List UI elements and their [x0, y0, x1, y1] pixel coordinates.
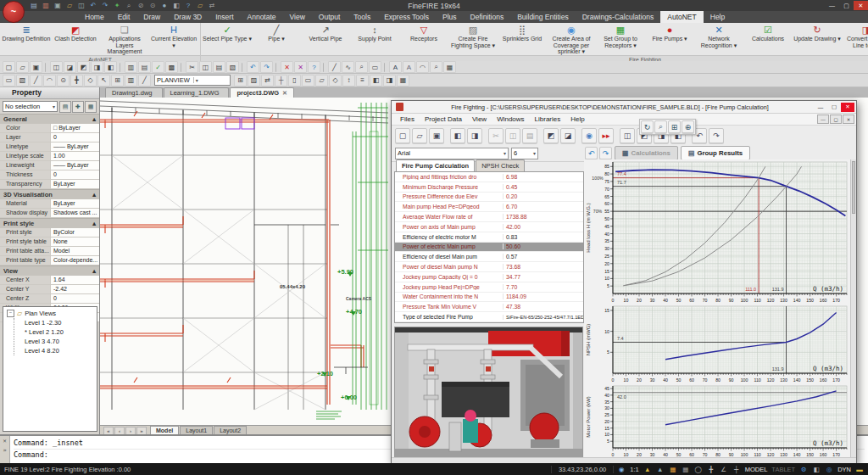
plan-view-level-4[interactable]: Level 4 8.20: [14, 346, 97, 355]
redo-icon[interactable]: ↷: [260, 61, 273, 73]
ribbon-receptors[interactable]: ▽Receptors: [399, 24, 448, 55]
spell-check-icon[interactable]: ✓: [152, 61, 164, 73]
open-doc-icon[interactable]: ▱: [412, 128, 427, 143]
save-icon[interactable]: ▣: [30, 61, 42, 73]
tab-npsh-check[interactable]: NPSH Check: [476, 159, 525, 171]
npsh-chart[interactable]: 7.4131.901020304050607080901001101201301…: [584, 304, 850, 383]
table-row[interactable]: Power of electric Main pump50.60: [395, 243, 584, 253]
table-row[interactable]: Minimum Discharge Pressure0.45: [395, 182, 584, 193]
plan-views-root[interactable]: − ▱ Plan Views: [3, 307, 97, 318]
property-row[interactable]: Lineweight—— ByLayer: [0, 161, 99, 170]
ribbon-pipe[interactable]: ╱Pipe ▾: [252, 24, 301, 55]
zoom-extents-icon[interactable]: ⊕: [682, 120, 694, 133]
font-family-combo[interactable]: Arial▾: [395, 148, 509, 159]
ribbon-update-drawing[interactable]: ↻Update Drawing ▾: [793, 24, 842, 55]
line-icon[interactable]: ╱: [328, 61, 341, 73]
view-combo[interactable]: PLANVIEW▾: [154, 75, 231, 86]
menu-tab-help[interactable]: Help: [704, 11, 732, 23]
property-row[interactable]: Linetype—— ByLayer: [0, 142, 99, 152]
plan-view-level-2[interactable]: * Level 2 1.20: [14, 327, 97, 337]
ribbon-app-layers-management[interactable]: ❏Applications Layers Management: [100, 24, 149, 55]
copy-icon[interactable]: ◫: [505, 128, 520, 143]
paste-icon[interactable]: ▤: [522, 128, 537, 143]
property-row[interactable]: Layer0: [0, 133, 99, 142]
table-row[interactable]: Efficiency of diesel Main pum0.57: [395, 252, 584, 262]
dialog-maximize-button[interactable]: ▢: [827, 103, 841, 112]
diamond-icon[interactable]: ◇: [329, 75, 342, 87]
ribbon-calculations[interactable]: ☑Calculations: [743, 24, 793, 55]
quick-select-icon[interactable]: ✚: [72, 101, 84, 113]
clean-screen-icon[interactable]: ◧: [812, 466, 821, 473]
ribbon-convert-3d[interactable]: ◨Convert Single Line to 3D: [842, 24, 868, 55]
undo-icon[interactable]: ↶: [247, 61, 259, 73]
menu-tab-definitions[interactable]: Definitions: [464, 11, 511, 23]
doc-tab-learning1[interactable]: Learning_1.DWG: [164, 87, 230, 98]
arc2-icon[interactable]: ◠: [43, 75, 56, 87]
polygon-icon[interactable]: ◇: [84, 75, 97, 87]
ribbon-select-pipe-type[interactable]: ✓Select Pipe Type ▾: [203, 24, 252, 55]
table-row[interactable]: Piping and fittings friction dro6.98: [395, 172, 584, 182]
pump-head-chart[interactable]: 77.4111.071.7131.90102030405060708090100…: [584, 159, 850, 304]
plan-view-level-1[interactable]: Level 1 -2.30: [14, 318, 97, 327]
section-general[interactable]: General▴: [0, 114, 99, 124]
zoom-realtime-icon[interactable]: ⌕: [654, 120, 667, 133]
list-icon[interactable]: ≡: [356, 75, 369, 87]
import-drawing-icon[interactable]: ◩: [543, 128, 559, 143]
ribbon-supply-point[interactable]: ↕Supply Point: [350, 24, 399, 55]
ribbon-area-coverage[interactable]: ◉Create Area of Coverage per sprinkler ▾: [547, 24, 596, 55]
menu-tab-draw3d[interactable]: Draw 3D: [167, 11, 209, 23]
maximize-button[interactable]: ▢: [839, 1, 854, 10]
sheet-icon[interactable]: ▱: [315, 75, 328, 87]
first-tab-icon[interactable]: «: [103, 427, 114, 435]
motor-power-chart[interactable]: 42.0010203040506070809010011012013014015…: [584, 383, 850, 458]
fast-nav-icon[interactable]: ▸▸: [598, 128, 614, 143]
menu-tab-insert[interactable]: Insert: [209, 11, 240, 23]
cut-icon[interactable]: ✂: [186, 61, 198, 73]
save-as-icon[interactable]: ◩: [77, 61, 90, 73]
table-row[interactable]: Pressure Tank Min Volume V47.38: [395, 302, 584, 312]
ribbon-clash-detection[interactable]: ◩Clash Detection: [51, 24, 100, 55]
print-icon[interactable]: ◧: [450, 128, 465, 143]
cut-icon[interactable]: ✂: [488, 128, 504, 143]
dialog-menu-view[interactable]: View: [467, 115, 492, 123]
snap-icon[interactable]: ▦: [682, 466, 690, 473]
property-row[interactable]: MaterialByLayer: [0, 199, 99, 209]
layout-grid-icon[interactable]: ⊞: [234, 75, 247, 87]
property-row[interactable]: Center Z0: [0, 294, 99, 304]
dialog-titlebar[interactable]: Fire Fighting - [C:\USERS\SUPERUSER\DESK…: [392, 101, 856, 114]
publish-icon[interactable]: ◪: [64, 61, 76, 73]
move-icon[interactable]: ↖: [97, 75, 110, 87]
ribbon-fire-pumps[interactable]: ●Fire Pumps ▾: [645, 24, 694, 55]
property-row[interactable]: Color□ ByLayer: [0, 124, 99, 133]
grid-icon[interactable]: ▦: [669, 466, 677, 473]
annotation-visibility-icon[interactable]: ▲: [656, 466, 665, 473]
pump-3d-view[interactable]: [394, 327, 583, 458]
arc-icon[interactable]: ◠: [416, 61, 429, 73]
circle-icon[interactable]: ⊙: [57, 75, 70, 87]
menu-tab-home[interactable]: Home: [78, 11, 111, 23]
polar-icon[interactable]: ◯: [694, 466, 703, 473]
property-row[interactable]: TransparencyByLayer: [0, 180, 99, 189]
menu-tab-draw[interactable]: Draw: [136, 11, 167, 23]
zoom-icon[interactable]: ⌕: [355, 61, 368, 73]
menu-tab-annotate[interactable]: Annotate: [241, 11, 283, 23]
orbit-icon[interactable]: ↻: [641, 120, 654, 133]
menu-tab-output[interactable]: Output: [312, 11, 348, 23]
help-icon[interactable]: ?: [308, 61, 320, 73]
section-view[interactable]: View▴: [0, 265, 99, 276]
tablet-label[interactable]: TABLET: [771, 466, 795, 473]
search-icon[interactable]: ⌕: [430, 61, 442, 73]
table-row[interactable]: Jockey pump Head Pej=DPge7.70: [395, 282, 584, 293]
sheet-set-icon[interactable]: ◫: [50, 61, 63, 73]
close-button[interactable]: ✕: [854, 1, 868, 10]
view-top-icon[interactable]: ◫: [620, 128, 635, 143]
preview-icon[interactable]: ▤: [138, 61, 151, 73]
section-3d-visualisation[interactable]: 3D Visualisation▴: [0, 189, 99, 199]
match-properties-icon[interactable]: ▧: [226, 61, 239, 73]
grid3-icon[interactable]: ▦: [397, 75, 409, 87]
copy-icon[interactable]: ◫: [199, 61, 212, 73]
dialog-menu-help[interactable]: Help: [565, 115, 589, 123]
dialog-minimize-button[interactable]: —: [814, 103, 827, 112]
dialog-menu-windows[interactable]: Windows: [492, 115, 529, 123]
property-row[interactable]: Print table atta...Model: [0, 247, 99, 256]
